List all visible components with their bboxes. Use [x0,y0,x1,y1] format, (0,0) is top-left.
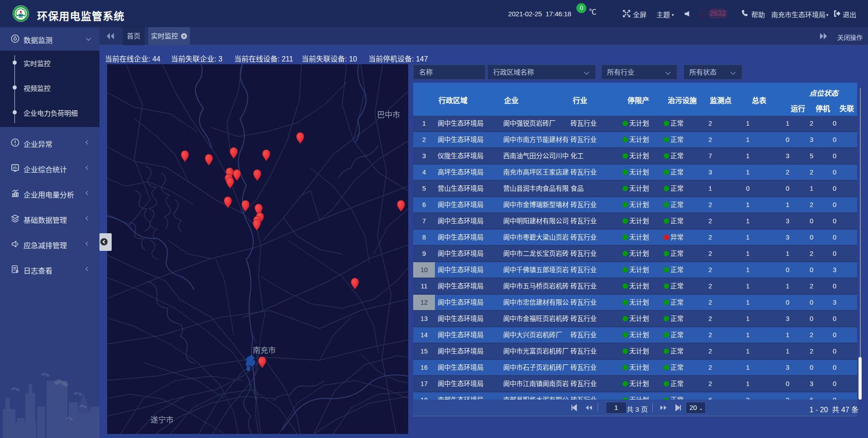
svg-text:南充市: 南充市 [253,346,276,355]
svg-text:遂宁市: 遂宁市 [151,416,174,424]
svg-text:巴中市: 巴中市 [377,111,400,119]
